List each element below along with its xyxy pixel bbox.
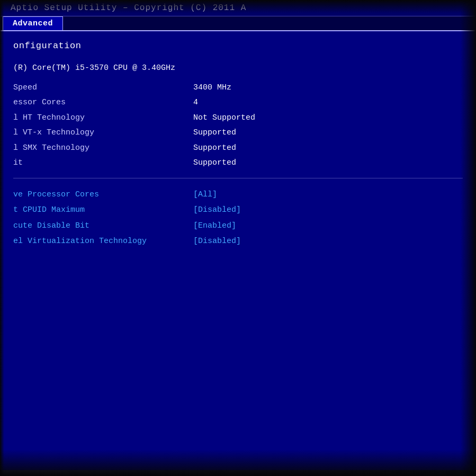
tab-advanced[interactable]: Advanced: [3, 16, 63, 30]
section-title: onfiguration: [13, 41, 463, 51]
config-label-cpuid[interactable]: t CPUID Maximum: [13, 204, 193, 217]
config-label-active-cores[interactable]: ve Processor Cores: [13, 189, 193, 201]
value-ht: Not Supported: [193, 112, 463, 124]
cpu-name: (R) Core(TM) i5-3570 CPU @ 3.40GHz: [13, 62, 175, 75]
value-cores: 4: [193, 97, 463, 109]
config-value-vt: [Disabled]: [193, 236, 463, 248]
info-row-smx: l SMX Technology Supported: [13, 142, 463, 155]
config-row-vt: el Virtualization Technology [Disabled]: [13, 236, 463, 248]
config-row-execute-disable: cute Disable Bit [Enabled]: [13, 220, 463, 232]
label-bit: it: [13, 157, 193, 169]
label-vtx: l VT-x Technology: [13, 127, 193, 139]
label-speed: Speed: [13, 82, 193, 94]
edge-top: [0, 0, 476, 13]
config-section: ve Processor Cores [All] t CPUID Maximum…: [13, 189, 463, 248]
info-row-cores: essor Cores 4: [13, 97, 463, 109]
label-cores: essor Cores: [13, 97, 193, 109]
config-value-cpuid: [Disabled]: [193, 204, 463, 217]
value-vtx: Supported: [193, 127, 463, 139]
bios-screen: Aptio Setup Utility – Copyright (C) 2011…: [0, 0, 476, 476]
config-label-vt[interactable]: el Virtualization Technology: [13, 236, 193, 248]
info-row-ht: l HT Technology Not Supported: [13, 112, 463, 124]
edge-left: [0, 0, 4, 476]
divider: [13, 178, 463, 178]
config-row-cpuid: t CPUID Maximum [Disabled]: [13, 204, 463, 217]
config-row-active-cores: ve Processor Cores [All]: [13, 189, 463, 201]
info-rows: Speed 3400 MHz essor Cores 4 l HT Techno…: [13, 82, 463, 169]
config-value-active-cores: [All]: [193, 189, 463, 201]
value-speed: 3400 MHz: [193, 82, 463, 94]
cpu-name-row: (R) Core(TM) i5-3570 CPU @ 3.40GHz: [13, 62, 463, 75]
info-row-vtx: l VT-x Technology Supported: [13, 127, 463, 139]
tab-bar: Advanced: [0, 16, 476, 31]
info-row-speed: Speed 3400 MHz: [13, 82, 463, 94]
main-content: onfiguration (R) Core(TM) i5-3570 CPU @ …: [0, 31, 476, 470]
value-bit: Supported: [193, 157, 463, 169]
config-value-execute-disable: [Enabled]: [193, 220, 463, 232]
edge-bottom: [0, 450, 476, 476]
edge-right: [460, 0, 476, 476]
label-smx: l SMX Technology: [13, 142, 193, 155]
value-smx: Supported: [193, 142, 463, 155]
bios-content: Aptio Setup Utility – Copyright (C) 2011…: [0, 0, 476, 476]
config-label-execute-disable[interactable]: cute Disable Bit: [13, 220, 193, 232]
label-ht: l HT Technology: [13, 112, 193, 124]
info-row-bit: it Supported: [13, 157, 463, 169]
